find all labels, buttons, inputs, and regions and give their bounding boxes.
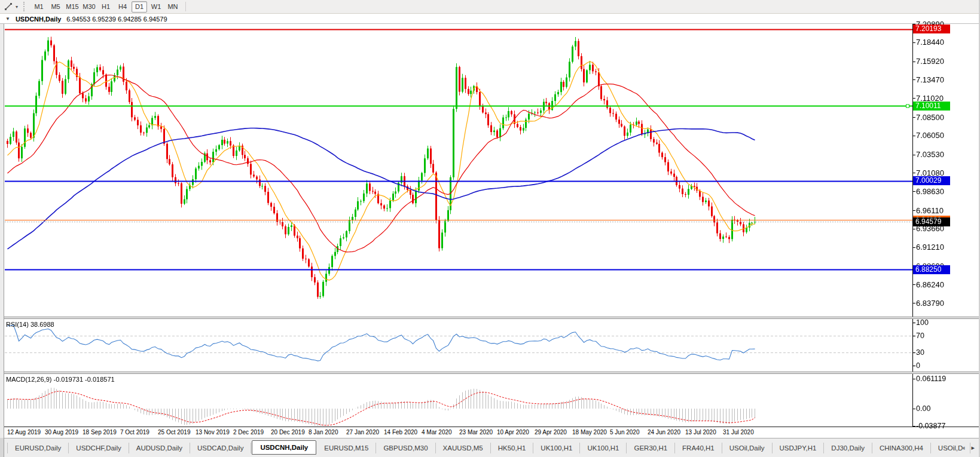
date-axis-label: 20 Dec 2019 <box>271 429 305 435</box>
tab-audusd-daily[interactable]: AUDUSD,Daily <box>129 443 190 453</box>
chart-title-bar: ▼ USDCNH,Daily 6.94553 6.95239 6.94285 6… <box>0 14 980 24</box>
rsi-panel-splitter[interactable] <box>0 317 980 319</box>
date-axis-label: 4 Mar 2020 <box>422 429 452 435</box>
date-axis-label: 18 Sep 2019 <box>83 429 117 435</box>
rsi-indicator-canvas[interactable] <box>0 319 980 372</box>
timeframe-button-h1[interactable]: H1 <box>98 1 114 13</box>
date-axis-label: 5 Jun 2020 <box>610 429 640 435</box>
main-price-chart-canvas[interactable] <box>0 24 980 317</box>
date-axis-label: 29 Apr 2020 <box>535 429 567 435</box>
trading-terminal-screen: ▾ M1M5M15M30H1H4D1W1MN ▼ USDCNH,Daily 6.… <box>0 0 980 457</box>
chart-ohlc-values: 6.94553 6.95239 6.94285 6.94579 <box>66 16 167 23</box>
trendline-tool-button[interactable]: ▾ <box>2 1 20 12</box>
chevron-down-icon: ▾ <box>16 4 18 10</box>
timeframe-button-d1[interactable]: D1 <box>132 1 147 13</box>
window-left-border <box>0 14 4 438</box>
timeframe-button-group: M1M5M15M30H1H4D1W1MN <box>30 1 181 13</box>
tab-ger30-h1[interactable]: GER30,H1 <box>627 443 675 453</box>
date-axis-label: 13 Nov 2019 <box>196 429 230 435</box>
tab-eurusd-m15[interactable]: EURUSD,M15 <box>317 443 376 453</box>
collapse-chart-icon[interactable]: ▼ <box>5 16 10 22</box>
macd-indicator-canvas[interactable] <box>0 374 980 427</box>
date-axis-label: 10 Apr 2020 <box>497 429 529 435</box>
toolbar-separator <box>185 2 186 11</box>
timeframe-button-m30[interactable]: M30 <box>81 1 97 13</box>
date-axis-label: 27 Jan 2020 <box>346 429 379 435</box>
date-axis-label: 8 Jan 2020 <box>309 429 338 435</box>
date-axis-label: 7 Oct 2019 <box>120 429 149 435</box>
tab-usdchf-daily[interactable]: USDCHF,Daily <box>69 443 129 453</box>
toolbar-grip[interactable] <box>23 2 26 11</box>
date-axis-label: 13 Jul 2020 <box>685 429 716 435</box>
timeframe-button-m1[interactable]: M1 <box>31 1 47 13</box>
tab-hk50-h1[interactable]: HK50,H1 <box>491 443 534 453</box>
timeframe-button-mn[interactable]: MN <box>165 1 181 13</box>
timeframe-button-w1[interactable]: W1 <box>148 1 164 13</box>
tab-scroll-right-icon[interactable]: ▸ <box>971 444 975 452</box>
time-axis[interactable]: 12 Aug 201930 Aug 201918 Sep 20197 Oct 2… <box>0 427 980 438</box>
tab-usdcnh-daily[interactable]: USDCNH,Daily <box>252 440 316 455</box>
date-axis-label: 14 Feb 2020 <box>384 429 417 435</box>
date-axis-label: 25 Oct 2019 <box>158 429 190 435</box>
tab-usdcad-daily[interactable]: USDCAD,Daily <box>190 443 251 453</box>
tab-scroll-left-icon[interactable]: ◂ <box>961 444 965 452</box>
tab-uk100-h1[interactable]: UK100,H1 <box>580 443 627 453</box>
timeframe-button-m5[interactable]: M5 <box>48 1 63 13</box>
date-axis-label: 31 Jul 2020 <box>723 429 754 435</box>
date-axis-label: 2 Dec 2019 <box>233 429 264 435</box>
tab-china300-h4[interactable]: CHINA300,H4 <box>872 443 931 453</box>
timeframe-button-h4[interactable]: H4 <box>115 1 130 13</box>
tab-usdjpy-h1[interactable]: USDJPY,H1 <box>773 443 825 453</box>
date-axis-label: 30 Aug 2019 <box>45 429 78 435</box>
tab-uk100-h1[interactable]: UK100,H1 <box>533 443 580 453</box>
date-axis-label: 24 Jun 2020 <box>648 429 680 435</box>
tab-bar-grip <box>0 438 4 457</box>
macd-indicator-title: MACD(12,26,9) -0.019731 -0.018571 <box>6 376 115 383</box>
tab-navigation: ◂ ▸ <box>961 444 975 452</box>
tab-xauusd-m5[interactable]: XAUUSD,M5 <box>436 443 491 453</box>
tab-gbpusd-m30[interactable]: GBPUSD,M30 <box>376 443 435 453</box>
trendline-tool-icon <box>4 2 13 11</box>
tab-dj30-daily[interactable]: DJ30,Daily <box>824 443 872 453</box>
date-axis-label: 18 May 2020 <box>572 429 607 435</box>
timeframe-button-m15[interactable]: M15 <box>65 1 80 13</box>
rsi-indicator-title: RSI(14) 38.6988 <box>6 321 54 328</box>
chart-symbol-label: USDCNH,Daily <box>16 16 61 23</box>
tab-fra40-h1[interactable]: FRA40,H1 <box>675 443 722 453</box>
tab-usoil-daily[interactable]: USOil,Daily <box>722 443 773 453</box>
timeframe-toolbar: ▾ M1M5M15M30H1H4D1W1MN <box>0 0 980 14</box>
macd-panel-splitter[interactable] <box>0 372 980 374</box>
tab-eurusd-daily[interactable]: EURUSD,Daily <box>7 443 69 453</box>
date-axis-label: 23 Mar 2020 <box>459 429 493 435</box>
chart-tab-bar: EURUSD,DailyUSDCHF,DailyAUDUSD,DailyUSDC… <box>0 438 980 457</box>
date-axis-label: 12 Aug 2019 <box>7 429 41 435</box>
